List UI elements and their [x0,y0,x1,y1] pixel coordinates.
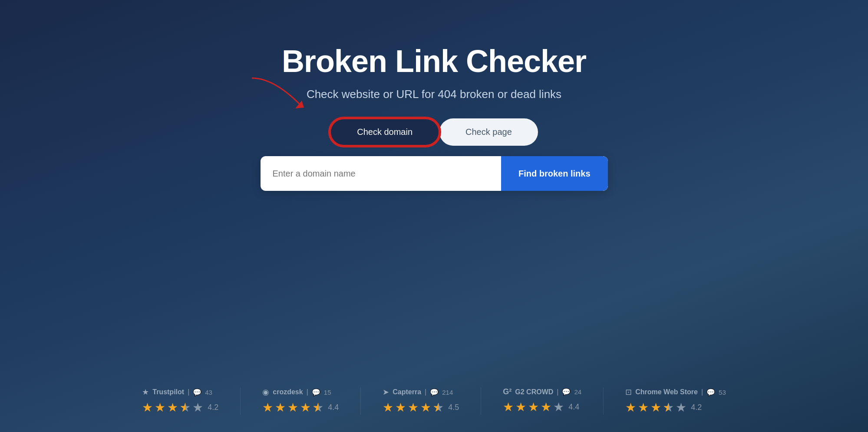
rating-g2crowd: G² G2 CROWD | 💬 24 ★ ★ ★ ★ ★ 4.4 [481,387,604,415]
trustpilot-label: Trustpilot [152,388,184,396]
arrow-annotation [248,74,334,119]
star1: ★ [262,400,273,415]
chrome-stars: ★ ★ ★ ★★ ★ 4.2 [625,400,702,415]
capterra-divider: | [425,388,426,396]
rating-header-chrome: ⊡ Chrome Web Store | 💬 53 [625,387,726,397]
rating-header-capterra: ➤ Capterra | 💬 214 [383,387,453,397]
g2crowd-reviews: 24 [574,388,581,396]
star4: ★ [541,400,551,414]
g2crowd-comment-icon: 💬 [562,388,571,396]
crozdesk-icon: ◉ [262,387,269,397]
star1: ★ [625,400,636,415]
rating-header-trustpilot: ★ Trustpilot | 💬 43 [142,387,212,397]
tab-highlight: Check domain [330,118,439,146]
chrome-divider: | [701,388,703,396]
chrome-reviews: 53 [719,389,726,396]
chrome-score: 4.2 [691,403,702,412]
page-subtitle: Check website or URL for 404 broken or d… [307,88,561,101]
rating-capterra: ➤ Capterra | 💬 214 ★ ★ ★ ★ ★★ 4.5 [361,387,481,415]
capterra-icon: ➤ [383,387,389,397]
star4: ★ [300,400,311,415]
rating-chrome-web-store: ⊡ Chrome Web Store | 💬 53 ★ ★ ★ ★★ ★ 4.2 [604,387,748,415]
hero-section: Broken Link Checker Check website or URL… [0,0,868,191]
find-broken-links-button[interactable]: Find broken links [501,156,608,191]
star3: ★ [408,400,419,415]
tab-check-domain[interactable]: Check domain [330,118,439,146]
crozdesk-reviews: 15 [324,389,331,396]
star4-half: ★★ [180,400,191,415]
capterra-comment-icon: 💬 [430,388,439,396]
star3: ★ [650,400,661,415]
g2crowd-divider: | [557,388,558,396]
tab-container: Check domain Check page [330,118,538,146]
star3: ★ [167,400,178,415]
crozdesk-label: crozdesk [273,388,303,396]
search-container: Find broken links [261,156,608,191]
tab-check-page[interactable]: Check page [439,118,538,146]
star3: ★ [287,400,298,415]
star1: ★ [142,400,153,415]
capterra-reviews: 214 [442,389,453,396]
star5-empty: ★ [192,400,203,415]
g2crowd-icon: G² [503,387,512,396]
star2: ★ [515,400,526,414]
star5-half: ★★ [433,400,444,415]
star2: ★ [638,400,649,415]
crozdesk-score: 4.4 [328,403,339,412]
trustpilot-stars: ★ ★ ★ ★★ ★ 4.2 [142,400,218,415]
crozdesk-divider: | [307,388,308,396]
rating-header-crozdesk: ◉ crozdesk | 💬 15 [262,387,331,397]
chrome-comment-icon: 💬 [706,388,715,396]
crozdesk-comment-icon: 💬 [312,388,320,396]
g2crowd-score: 4.4 [568,403,579,412]
trustpilot-star-icon: ★ [142,387,149,397]
trustpilot-divider: | [188,388,189,396]
star1: ★ [503,400,514,414]
star2: ★ [275,400,286,415]
g2crowd-stars: ★ ★ ★ ★ ★ 4.4 [503,400,579,414]
g2crowd-label: G2 CROWD [515,388,553,396]
star2: ★ [155,400,165,415]
star4-half: ★★ [663,400,674,415]
chrome-icon: ⊡ [625,387,632,397]
rating-header-g2crowd: G² G2 CROWD | 💬 24 [503,387,581,396]
star1: ★ [383,400,393,415]
star5-half: ★★ [313,400,323,415]
ratings-section: ★ Trustpilot | 💬 43 ★ ★ ★ ★★ ★ 4.2 ◉ cro… [0,387,868,415]
rating-trustpilot: ★ Trustpilot | 💬 43 ★ ★ ★ ★★ ★ 4.2 [120,387,241,415]
capterra-stars: ★ ★ ★ ★ ★★ 4.5 [383,400,459,415]
chrome-label: Chrome Web Store [635,388,698,396]
star5-empty: ★ [676,400,686,415]
trustpilot-score: 4.2 [208,403,218,412]
trustpilot-reviews: 43 [205,389,212,396]
star4: ★ [420,400,431,415]
star5-empty: ★ [553,400,564,414]
crozdesk-stars: ★ ★ ★ ★ ★★ 4.4 [262,400,339,415]
domain-input[interactable] [261,156,501,191]
star3: ★ [528,400,539,414]
capterra-label: Capterra [393,388,421,396]
capterra-score: 4.5 [448,403,459,412]
comment-icon: 💬 [193,388,201,396]
star2: ★ [395,400,406,415]
rating-crozdesk: ◉ crozdesk | 💬 15 ★ ★ ★ ★ ★★ 4.4 [241,387,361,415]
